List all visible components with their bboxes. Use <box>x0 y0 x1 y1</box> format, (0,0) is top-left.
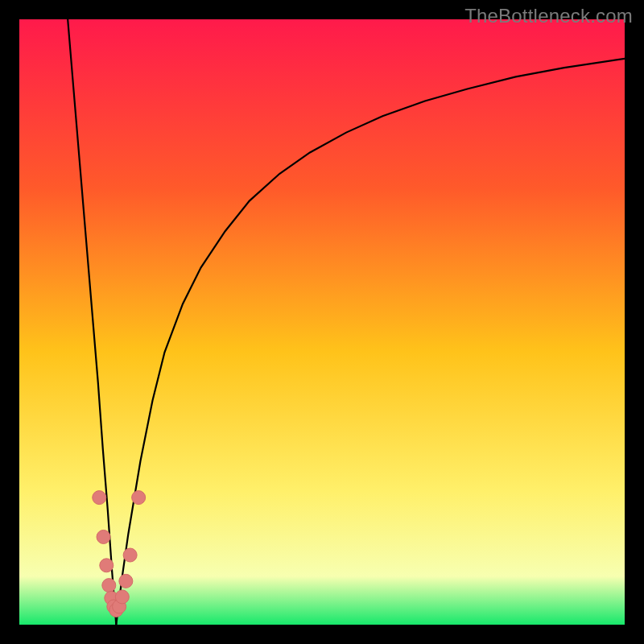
chart-frame: TheBottleneck.com <box>0 0 644 644</box>
marker-dot <box>97 530 110 543</box>
marker-dot <box>132 491 146 505</box>
marker-dot <box>123 548 137 562</box>
marker-dot <box>115 590 129 604</box>
chart-svg <box>19 19 625 625</box>
marker-dot <box>100 559 114 572</box>
marker-dot <box>119 574 133 588</box>
marker-dot <box>102 579 116 592</box>
plot-area <box>19 19 625 625</box>
marker-dot <box>93 491 106 505</box>
